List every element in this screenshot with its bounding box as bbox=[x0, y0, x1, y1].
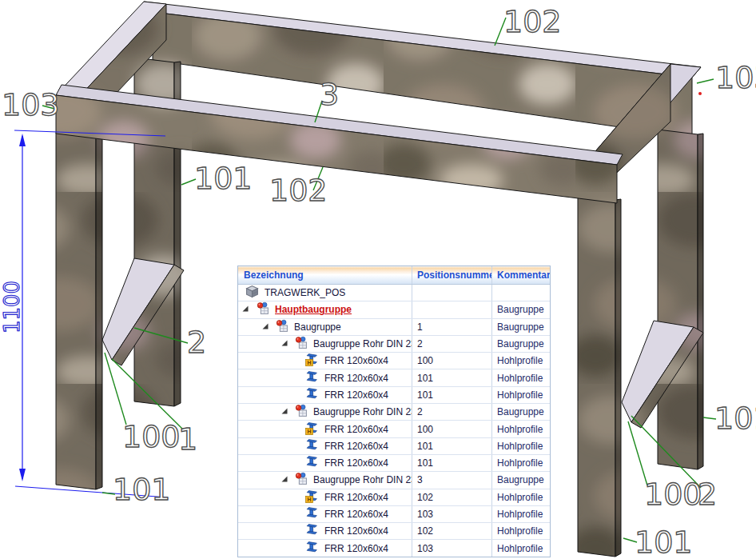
table-row[interactable]: HauptbaugruppeBaugruppe bbox=[238, 301, 550, 318]
cell-positionsnummer[interactable]: 102 bbox=[412, 523, 492, 539]
row-name[interactable]: FRR 120x60x4 bbox=[324, 373, 388, 384]
tree-expanded-icon[interactable] bbox=[281, 339, 288, 347]
cell-bezeichnung[interactable]: FRR 120x60x4 bbox=[238, 387, 412, 403]
table-row[interactable]: FRR 120x60x4103Hohlprofile bbox=[238, 506, 550, 523]
cell-positionsnummer[interactable]: 2 bbox=[412, 336, 492, 352]
cell-kommentar[interactable]: Hohlprofile bbox=[492, 369, 550, 385]
cell-kommentar[interactable]: Hohlprofile bbox=[492, 353, 550, 369]
row-name[interactable]: Baugruppe Rohr DIN 23... bbox=[313, 406, 412, 417]
table-row[interactable]: Baugruppe Rohr DIN 23...2Baugruppe bbox=[238, 336, 550, 353]
cell-bezeichnung[interactable]: FRR 120x60x4 bbox=[238, 523, 412, 539]
cell-bezeichnung[interactable]: FRR 120x60x4 bbox=[238, 438, 412, 454]
cell-positionsnummer[interactable]: 101 bbox=[412, 455, 492, 471]
cell-kommentar[interactable]: Hohlprofile bbox=[492, 421, 550, 437]
cell-positionsnummer[interactable]: 1 bbox=[412, 319, 492, 335]
cell-kommentar[interactable]: Baugruppe bbox=[492, 301, 550, 317]
cell-kommentar[interactable] bbox=[492, 285, 550, 301]
tree-expanded-icon[interactable] bbox=[281, 407, 288, 415]
cell-kommentar[interactable]: Baugruppe bbox=[492, 404, 550, 420]
cell-bezeichnung[interactable]: Baugruppe Rohr DIN 23... bbox=[238, 336, 412, 352]
row-name[interactable]: FRR 120x60x4 bbox=[324, 441, 388, 452]
cell-positionsnummer[interactable]: 101 bbox=[412, 387, 492, 403]
cell-positionsnummer[interactable]: 101 bbox=[412, 369, 492, 385]
cell-bezeichnung[interactable]: FRR 120x60x4 bbox=[238, 506, 412, 522]
label-pos-3-top[interactable]: 3 bbox=[320, 79, 339, 110]
leg-rear-right[interactable] bbox=[658, 130, 703, 469]
tree-expanded-icon[interactable] bbox=[241, 305, 249, 313]
row-name[interactable]: Baugruppe bbox=[294, 321, 341, 333]
table-row[interactable]: FRR 120x60x4101Hohlprofile bbox=[238, 438, 550, 455]
cell-positionsnummer[interactable]: 100 bbox=[412, 421, 492, 437]
cell-bezeichnung[interactable]: HFRR 120x60x4 bbox=[238, 489, 412, 505]
label-pos-2-right[interactable]: 2 bbox=[698, 479, 717, 509]
table-row[interactable]: HFRR 120x60x4100Hohlprofile bbox=[238, 421, 550, 437]
label-pos-103-left[interactable]: 103 bbox=[2, 90, 60, 120]
row-name[interactable]: Hauptbaugruppe bbox=[275, 304, 352, 315]
cell-bezeichnung[interactable]: FRR 120x60x4 bbox=[238, 455, 412, 471]
cell-kommentar[interactable]: Baugruppe bbox=[492, 472, 550, 488]
column-header-1[interactable]: Positionsnummer bbox=[412, 266, 492, 284]
cell-bezeichnung[interactable]: HFRR 120x60x4 bbox=[238, 353, 412, 369]
cell-kommentar[interactable]: Hohlprofile bbox=[492, 455, 550, 471]
cell-bezeichnung[interactable]: Hauptbaugruppe bbox=[238, 301, 412, 317]
row-name[interactable]: FRR 120x60x4 bbox=[324, 492, 388, 503]
leg-front-right[interactable] bbox=[578, 195, 621, 557]
cell-bezeichnung[interactable]: Baugruppe bbox=[238, 319, 412, 335]
label-pos-102-front[interactable]: 102 bbox=[269, 175, 328, 206]
row-name[interactable]: TRAGWERK_POS bbox=[265, 287, 345, 298]
cell-kommentar[interactable]: Hohlprofile bbox=[492, 489, 550, 505]
tree-expanded-icon[interactable] bbox=[281, 475, 288, 483]
column-header-2[interactable]: Kommentar bbox=[492, 266, 550, 284]
cell-positionsnummer[interactable]: 103 bbox=[412, 506, 492, 522]
cell-bezeichnung[interactable]: Baugruppe Rohr DIN 23... bbox=[238, 472, 412, 488]
cell-positionsnummer[interactable]: 3 bbox=[412, 472, 492, 488]
cell-kommentar[interactable]: Hohlprofile bbox=[492, 523, 550, 539]
cell-bezeichnung[interactable]: FRR 120x60x4 bbox=[238, 369, 412, 385]
table-row[interactable]: FRR 120x60x4101Hohlprofile bbox=[238, 387, 550, 404]
cell-positionsnummer[interactable]: 102 bbox=[412, 489, 492, 505]
leg-front-left[interactable] bbox=[56, 133, 102, 489]
label-pos-103-right[interactable]: 103 bbox=[715, 62, 756, 93]
label-pos-2-left[interactable]: 2 bbox=[187, 327, 206, 357]
label-pos-101-bottom-left[interactable]: 101 bbox=[113, 474, 171, 505]
structure-table[interactable]: BezeichnungPositionsnummerKommentar TRAG… bbox=[237, 266, 551, 557]
row-name[interactable]: FRR 120x60x4 bbox=[324, 509, 388, 520]
row-name[interactable]: FRR 120x60x4 bbox=[324, 457, 388, 469]
cell-kommentar[interactable]: Baugruppe bbox=[492, 319, 550, 335]
cell-bezeichnung[interactable]: FRR 120x60x4 bbox=[238, 540, 412, 556]
label-pos-100-right[interactable]: 100 bbox=[644, 479, 702, 509]
cell-kommentar[interactable]: Hohlprofile bbox=[492, 506, 550, 522]
table-row[interactable]: HFRR 120x60x4100Hohlprofile bbox=[238, 353, 550, 369]
row-name[interactable]: FRR 120x60x4 bbox=[324, 424, 388, 435]
cell-kommentar[interactable]: Hohlprofile bbox=[492, 438, 550, 454]
cell-bezeichnung[interactable]: Baugruppe Rohr DIN 23... bbox=[238, 404, 412, 420]
tree-expanded-icon[interactable] bbox=[261, 322, 269, 330]
cell-positionsnummer[interactable]: 100 bbox=[412, 353, 492, 369]
label-pos-102-top[interactable]: 102 bbox=[503, 6, 562, 37]
table-row[interactable]: TRAGWERK_POS bbox=[238, 285, 550, 301]
label-pos-100-left[interactable]: 100 bbox=[122, 421, 181, 452]
row-name[interactable]: FRR 120x60x4 bbox=[324, 355, 388, 366]
cell-bezeichnung[interactable]: TRAGWERK_POS bbox=[238, 285, 412, 301]
cell-kommentar[interactable]: Hohlprofile bbox=[492, 540, 550, 556]
table-row[interactable]: Baugruppe Rohr DIN 23...3Baugruppe bbox=[238, 472, 550, 489]
row-name[interactable]: Baugruppe Rohr DIN 23... bbox=[313, 338, 412, 349]
cell-positionsnummer[interactable]: 101 bbox=[412, 438, 492, 454]
cell-positionsnummer[interactable] bbox=[412, 301, 492, 317]
table-row[interactable]: FRR 120x60x4101Hohlprofile bbox=[238, 369, 550, 386]
table-row[interactable]: FRR 120x60x4101Hohlprofile bbox=[238, 455, 550, 472]
row-name[interactable]: Baugruppe Rohr DIN 23... bbox=[313, 474, 412, 485]
cell-kommentar[interactable]: Baugruppe bbox=[492, 336, 550, 352]
cell-kommentar[interactable]: Hohlprofile bbox=[492, 387, 550, 403]
table-row[interactable]: Baugruppe Rohr DIN 23...2Baugruppe bbox=[238, 404, 550, 421]
label-pos-101-bottom-right[interactable]: 101 bbox=[635, 527, 693, 557]
table-row[interactable]: FRR 120x60x4102Hohlprofile bbox=[238, 523, 550, 540]
row-name[interactable]: FRR 120x60x4 bbox=[324, 543, 388, 554]
cell-positionsnummer[interactable] bbox=[412, 285, 492, 301]
label-pos-1-left[interactable]: 1 bbox=[178, 424, 197, 454]
cell-bezeichnung[interactable]: HFRR 120x60x4 bbox=[238, 421, 412, 437]
label-pos-101-right[interactable]: 101 bbox=[714, 403, 756, 433]
cell-positionsnummer[interactable]: 103 bbox=[412, 540, 492, 556]
row-name[interactable]: FRR 120x60x4 bbox=[324, 389, 388, 401]
table-row[interactable]: FRR 120x60x4103Hohlprofile bbox=[238, 540, 550, 556]
